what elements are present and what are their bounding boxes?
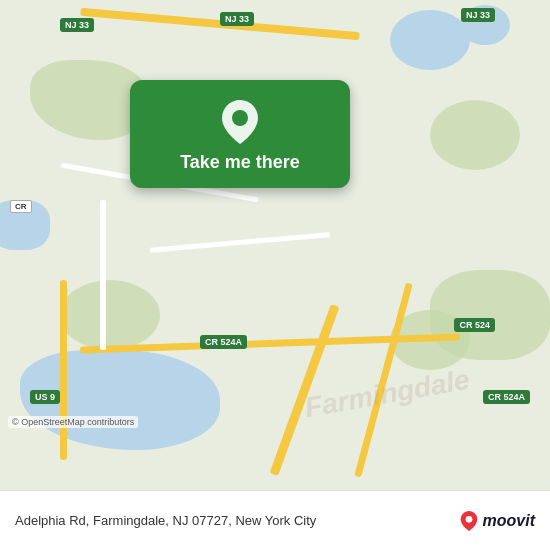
- take-me-there-label: Take me there: [180, 152, 300, 173]
- bottom-bar: Adelphia Rd, Farmingdale, NJ 07727, New …: [0, 490, 550, 550]
- location-pin-icon: [222, 100, 258, 144]
- take-me-there-button[interactable]: Take me there: [130, 80, 350, 188]
- svg-point-0: [232, 110, 248, 126]
- moovit-logo: moovit: [459, 511, 535, 531]
- address-label: Adelphia Rd, Farmingdale, NJ 07727, New …: [15, 513, 459, 528]
- road-label-us9: US 9: [30, 390, 60, 404]
- road-label-cr524-right: CR 524: [454, 318, 495, 332]
- road-label-nj33-right: NJ 33: [461, 8, 495, 22]
- road-label-cr524a-bottom-right: CR 524A: [483, 390, 530, 404]
- map-container: NJ 33 NJ 33 NJ 33 CR CR 524A CR 524 CR 5…: [0, 0, 550, 490]
- road-local-1: [100, 200, 106, 350]
- road-label-nj33-center: NJ 33: [220, 12, 254, 26]
- road-label-nj33-left: NJ 33: [60, 18, 94, 32]
- svg-point-1: [465, 516, 472, 523]
- road-us9: [60, 280, 67, 460]
- forest-patch-2: [430, 100, 520, 170]
- road-label-cr524a-center: CR 524A: [200, 335, 247, 349]
- water-body-top-right: [390, 10, 470, 70]
- osm-attribution: © OpenStreetMap contributors: [8, 416, 138, 428]
- road-label-cr-left: CR: [10, 200, 32, 213]
- moovit-pin-icon: [459, 511, 479, 531]
- moovit-text-label: moovit: [483, 512, 535, 530]
- forest-patch-5: [430, 270, 550, 360]
- forest-patch-3: [60, 280, 160, 350]
